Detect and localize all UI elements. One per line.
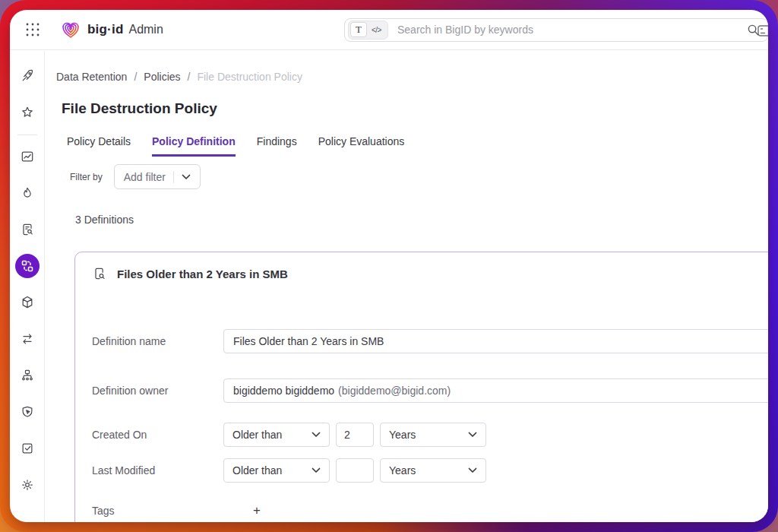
created-on-unit-select[interactable]: Years: [380, 423, 486, 447]
add-filter-label: Add filter: [124, 171, 166, 183]
tab-policy-details[interactable]: Policy Details: [67, 135, 131, 157]
policy-flow-icon: [15, 254, 40, 278]
rocket-icon: [20, 68, 35, 84]
breadcrumb: Data Retention / Policies / File Destruc…: [56, 71, 768, 83]
sidebar-item-data-flows[interactable]: [19, 331, 36, 347]
sidebar-item-settings[interactable]: [19, 477, 36, 493]
breadcrumb-data-retention[interactable]: Data Retention: [56, 71, 127, 83]
sidebar-item-getting-started[interactable]: [19, 68, 36, 84]
tab-policy-definition[interactable]: Policy Definition: [152, 135, 236, 157]
shield-pointer-icon: [20, 404, 35, 420]
filter-by-label: Filter by: [70, 172, 103, 182]
tab-findings[interactable]: Findings: [257, 135, 297, 157]
owner-name: bigiddemo bigiddemo: [233, 385, 334, 397]
last-modified-unit-select[interactable]: Years: [380, 458, 486, 483]
definition-search-icon: [92, 266, 107, 281]
definition-owner-row: Definition owner bigiddemo bigiddemo (bi…: [92, 378, 768, 403]
created-on-unit-value: Years: [389, 429, 416, 441]
transfer-arrows-icon: [20, 331, 35, 347]
sidebar-item-reports[interactable]: [19, 148, 36, 165]
last-modified-operator-value: Older than: [232, 464, 282, 477]
sidebar-item-tasks[interactable]: [19, 440, 36, 457]
created-on-operator-select[interactable]: Older than: [223, 423, 330, 447]
sidebar-item-hotspots[interactable]: [19, 185, 36, 201]
definition-owner-input[interactable]: bigiddemo bigiddemo (bigiddemo@bigid.com…: [223, 378, 768, 403]
hierarchy-icon: [20, 368, 35, 383]
bigid-logo-icon: [60, 19, 81, 40]
cube-icon: [20, 295, 35, 310]
breadcrumb-separator: /: [188, 71, 191, 83]
sidebar-item-hierarchy[interactable]: [19, 367, 36, 384]
search-placeholder[interactable]: Search in BigID by keywords: [397, 24, 747, 36]
chevron-down-icon: [468, 467, 477, 473]
main-content: Data Retention / Policies / File Destruc…: [45, 51, 768, 522]
definition-card-header: Files Older than 2 Years in SMB: [92, 266, 768, 281]
text-mode-button[interactable]: T: [350, 22, 367, 37]
tags-row: Tags +: [92, 504, 768, 517]
tab-bar: Policy Details Policy Definition Finding…: [67, 135, 768, 157]
definition-name-input[interactable]: [223, 329, 768, 353]
brand-suffix: Admin: [128, 23, 163, 36]
last-modified-amount-input[interactable]: [336, 458, 374, 483]
breadcrumb-separator: /: [134, 71, 137, 83]
gradient-frame: big·id Admin T </> Search in BigID by ke…: [0, 0, 778, 532]
search-mode-toggle: T </>: [348, 21, 388, 40]
app-launcher-icon[interactable]: [25, 22, 40, 37]
code-mode-button[interactable]: </>: [367, 26, 386, 34]
created-on-label: Created On: [92, 429, 223, 441]
definition-owner-label: Definition owner: [92, 385, 223, 397]
definitions-count: 3 Definitions: [75, 214, 768, 226]
task-check-icon: [20, 441, 35, 456]
created-on-amount-input[interactable]: [336, 423, 374, 447]
last-modified-operator-select[interactable]: Older than: [223, 458, 330, 483]
page-title: File Destruction Policy: [62, 100, 768, 117]
brand-name: big·id: [87, 22, 123, 37]
breadcrumb-policies[interactable]: Policies: [144, 71, 180, 83]
sidebar-item-inventory[interactable]: [19, 294, 36, 311]
report-search-icon: [20, 222, 35, 237]
created-on-row: Created On Older than Years: [92, 423, 768, 447]
global-search[interactable]: T </> Search in BigID by keywords: [344, 18, 768, 42]
partial-toolbar-icon[interactable]: [757, 25, 768, 37]
button-divider: [173, 171, 174, 183]
sidebar-item-access[interactable]: [19, 404, 36, 420]
flame-icon: [20, 185, 35, 201]
last-modified-row: Last Modified Older than Years: [92, 458, 768, 483]
sidebar-divider: [17, 135, 37, 135]
breadcrumb-current: File Destruction Policy: [197, 71, 302, 83]
filter-row: Filter by Add filter: [70, 164, 768, 189]
owner-email: (bigiddemo@bigid.com): [338, 385, 451, 397]
icon-sidebar: [10, 51, 45, 522]
add-tag-button[interactable]: +: [253, 504, 261, 517]
last-modified-label: Last Modified: [92, 464, 223, 477]
chevron-down-icon: [182, 174, 191, 180]
star-icon: [20, 105, 35, 120]
chart-icon: [20, 149, 35, 164]
app-window: big·id Admin T </> Search in BigID by ke…: [10, 10, 768, 522]
tags-label: Tags: [92, 505, 223, 517]
add-filter-button[interactable]: Add filter: [114, 164, 201, 189]
definition-title: Files Older than 2 Years in SMB: [117, 268, 288, 280]
created-on-operator-value: Older than: [232, 429, 282, 441]
definition-name-label: Definition name: [92, 335, 223, 347]
sidebar-item-policies-active[interactable]: [15, 254, 40, 278]
sidebar-item-catalog[interactable]: [19, 221, 36, 238]
gear-icon: [20, 477, 35, 492]
last-modified-unit-value: Years: [389, 464, 416, 477]
definition-name-row: Definition name: [92, 329, 768, 353]
definition-card: Files Older than 2 Years in SMB Definiti…: [74, 252, 768, 522]
sidebar-item-favorites[interactable]: [19, 104, 36, 121]
top-bar: big·id Admin T </> Search in BigID by ke…: [10, 10, 768, 50]
tab-policy-evaluations[interactable]: Policy Evaluations: [318, 135, 405, 157]
chevron-down-icon: [468, 432, 477, 438]
chevron-down-icon: [312, 467, 321, 473]
chevron-down-icon: [312, 432, 321, 438]
